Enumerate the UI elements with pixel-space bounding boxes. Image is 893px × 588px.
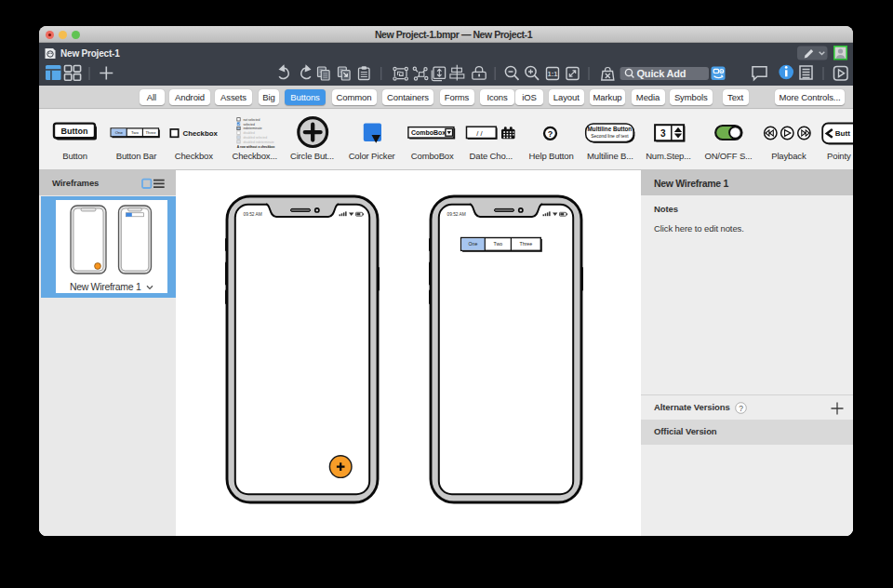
svg-text:disabled selected: disabled selected — [244, 136, 268, 140]
svg-text:?: ? — [739, 404, 743, 413]
svg-text:Second line of text: Second line of text — [591, 134, 629, 139]
svg-text:Three: Three — [519, 241, 532, 247]
svg-text:?: ? — [548, 129, 553, 139]
svg-text:Butt: Butt — [835, 129, 850, 138]
svg-text:09:52 AM: 09:52 AM — [446, 212, 465, 217]
svg-text:disabled indeterminate: disabled indeterminate — [244, 140, 274, 144]
svg-text:Button: Button — [61, 127, 88, 136]
svg-text:One: One — [115, 130, 124, 135]
svg-text:Three: Three — [145, 130, 156, 135]
svg-text:One: One — [468, 241, 477, 247]
svg-text:Checkbox: Checkbox — [183, 129, 219, 138]
svg-text:indeterminate: indeterminate — [244, 127, 262, 130]
svg-text:09:52 AM: 09:52 AM — [244, 212, 262, 217]
svg-text:/ /: / / — [476, 129, 483, 138]
svg-text:Two: Two — [493, 241, 502, 247]
svg-text:selected: selected — [244, 123, 255, 127]
svg-text:Quick Add: Quick Add — [637, 68, 686, 79]
svg-text:ComboBox: ComboBox — [411, 129, 446, 136]
svg-text:Multiline Button: Multiline Button — [588, 126, 633, 132]
svg-text:not selected: not selected — [244, 118, 260, 122]
svg-text:A row without a checkbox: A row without a checkbox — [237, 145, 275, 149]
svg-text:3: 3 — [660, 128, 666, 139]
svg-text:Two: Two — [131, 130, 139, 135]
svg-text:disabled: disabled — [244, 131, 255, 135]
svg-text:1:1: 1:1 — [548, 70, 558, 78]
